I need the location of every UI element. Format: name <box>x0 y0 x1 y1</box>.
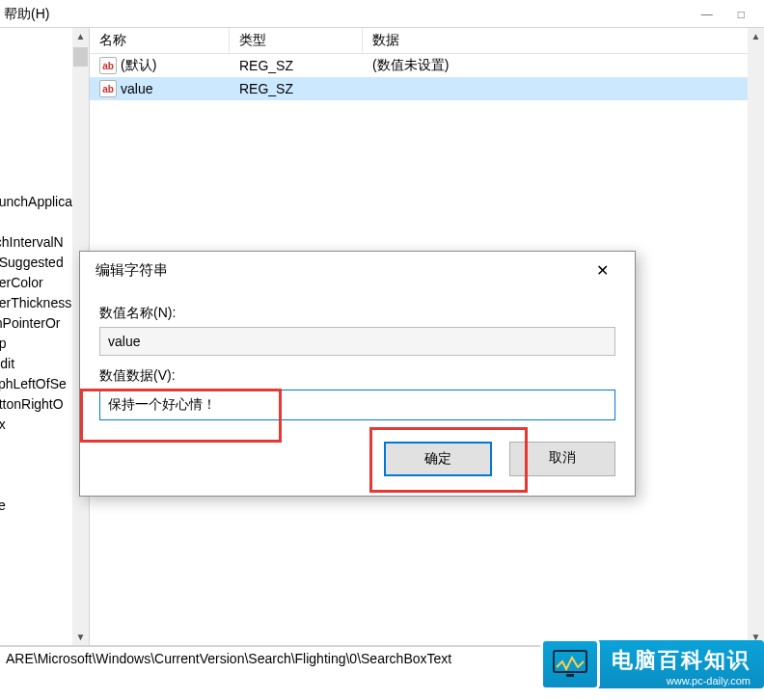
close-icon[interactable]: ✕ <box>583 261 621 280</box>
tree-item[interactable]: op <box>0 334 72 354</box>
listview-vscrollbar[interactable]: ▲ ▼ <box>748 28 764 645</box>
tree-item[interactable] <box>0 516 72 536</box>
tree-item[interactable]: derColor <box>0 273 72 293</box>
cell-data: (数值未设置) <box>363 57 764 74</box>
watermark-title: 电脑百科知识 <box>612 646 750 675</box>
table-row[interactable]: ab(默认)REG_SZ(数值未设置) <box>90 54 764 77</box>
scroll-thumb[interactable] <box>73 47 88 67</box>
cell-type: REG_SZ <box>230 58 363 73</box>
listview-header[interactable]: 名称 类型 数据 <box>90 28 764 54</box>
tree-item[interactable] <box>0 455 72 475</box>
menu-help[interactable]: 帮助(H) <box>4 6 49 21</box>
string-value-icon: ab <box>99 57 117 74</box>
svg-rect-1 <box>566 674 574 677</box>
tree-item[interactable]: oSuggested <box>0 253 72 273</box>
tree-item[interactable]: ox <box>0 415 72 435</box>
tree-item[interactable]: Edit <box>0 354 72 374</box>
cell-name: abvalue <box>90 80 230 97</box>
value-name-label: 数值名称(N): <box>99 305 615 322</box>
watermark-url: www.pc-daily.com <box>612 675 750 687</box>
col-name-header[interactable]: 名称 <box>90 28 230 53</box>
dialog-title: 编辑字符串 <box>96 261 168 280</box>
tree-item[interactable]: mPointerOr <box>0 313 72 334</box>
cell-name: ab(默认) <box>90 57 230 74</box>
col-type-header[interactable]: 类型 <box>230 28 363 53</box>
tree-pane[interactable]: aunchApplicatchIntervalNoSuggestedderCol… <box>0 28 90 645</box>
scroll-down-icon[interactable]: ▼ <box>72 629 89 645</box>
tree-item[interactable]: derThickness <box>0 293 72 313</box>
dialog-titlebar[interactable]: 编辑字符串 ✕ <box>80 252 635 289</box>
tree-item[interactable] <box>0 475 72 496</box>
dialog-buttons: 确定 取消 <box>99 442 615 476</box>
watermark: 电脑百科知识 www.pc-daily.com <box>540 638 764 690</box>
menubar: 帮助(H) <box>0 0 764 28</box>
value-data-field[interactable]: 保持一个好心情！ <box>99 390 615 420</box>
table-row[interactable]: abvalueREG_SZ <box>90 77 764 100</box>
ok-button[interactable]: 确定 <box>384 442 492 476</box>
watermark-monitor-icon <box>540 638 600 690</box>
window-controls: — □ <box>701 8 745 21</box>
tree-item[interactable]: uttonRightO <box>0 394 72 415</box>
cancel-button[interactable]: 取消 <box>509 442 615 476</box>
cell-type: REG_SZ <box>230 81 363 96</box>
tree-item[interactable]: tchIntervalN <box>0 232 72 253</box>
status-path: ARE\Microsoft\Windows\CurrentVersion\Sea… <box>6 651 451 666</box>
tree-item[interactable] <box>0 435 72 455</box>
col-data-header[interactable]: 数据 <box>363 28 764 53</box>
maximize-icon[interactable]: □ <box>738 8 745 21</box>
scroll-up-icon[interactable]: ▲ <box>748 28 764 44</box>
edit-string-dialog: 编辑字符串 ✕ 数值名称(N): value 数值数据(V): 保持一个好心情！… <box>79 251 636 497</box>
value-name-field: value <box>99 327 615 356</box>
tree-item[interactable]: aunchApplica <box>0 192 72 212</box>
string-value-icon: ab <box>99 80 117 97</box>
scroll-up-icon[interactable]: ▲ <box>72 28 89 44</box>
tree-item[interactable] <box>0 212 72 232</box>
minimize-icon[interactable]: — <box>701 8 713 21</box>
value-data-label: 数值数据(V): <box>99 367 615 385</box>
tree-item[interactable]: yphLeftOfSe <box>0 374 72 394</box>
tree-item[interactable]: ce <box>0 496 72 516</box>
watermark-text: 电脑百科知识 www.pc-daily.com <box>594 640 764 688</box>
